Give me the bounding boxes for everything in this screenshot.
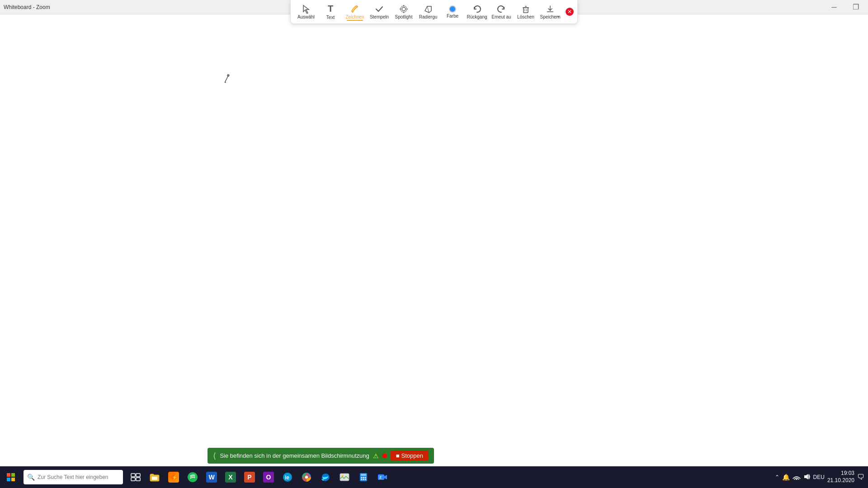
taskbar-item-spotify[interactable] (184, 468, 202, 486)
svg-point-43 (361, 479, 363, 480)
minimize-button[interactable]: ─ (824, 0, 844, 14)
clock-date: 21.10.2020 (827, 477, 854, 484)
taskbar-item-onenote[interactable]: O (259, 468, 278, 486)
zeichnen-icon (350, 5, 359, 14)
tray-notify-icon[interactable]: 🔔 (782, 474, 790, 481)
svg-rect-24 (136, 474, 140, 477)
svg-point-3 (401, 6, 407, 12)
svg-marker-47 (384, 475, 387, 479)
tool-spotlight[interactable]: Spotlight (392, 2, 415, 22)
spotlight-icon (399, 5, 408, 14)
loschen-icon (521, 5, 530, 14)
tool-radiergu[interactable]: Radiergu (416, 2, 440, 22)
ruckgang-icon (472, 5, 481, 14)
svg-point-35 (305, 476, 308, 479)
tray-language: DEU (813, 474, 825, 480)
svg-rect-21 (7, 478, 10, 481)
tool-auswahl[interactable]: Auswähl (294, 2, 318, 22)
tool-speichern[interactable]: Speichern ▼ (538, 2, 562, 22)
erneut-icon (497, 5, 506, 14)
taskbar: 🔍 Zur Suche Text hier eingeben ⚡ (0, 466, 868, 488)
svg-rect-10 (524, 8, 528, 13)
toolbar: Auswähl T Text Zeichnen Stempeln (290, 0, 578, 24)
pencil-cursor (222, 72, 233, 87)
screen-share-recording-icon (382, 454, 387, 458)
taskbar-item-calc[interactable] (354, 468, 373, 486)
svg-point-49 (796, 479, 797, 480)
whiteboard-canvas[interactable] (0, 14, 868, 466)
tool-radiergu-label: Radiergu (419, 14, 438, 19)
search-icon: 🔍 (27, 474, 35, 481)
tray-volume-icon[interactable] (803, 473, 811, 482)
stempeln-icon (375, 5, 384, 14)
svg-line-16 (223, 75, 230, 83)
restore-button[interactable]: ❐ (845, 0, 866, 14)
taskbar-item-chrome[interactable] (297, 468, 316, 486)
screen-share-message: Sie befinden sich in der gemeinsamen Bil… (220, 452, 369, 459)
svg-point-2 (402, 7, 406, 11)
tray-expand-icon[interactable]: ⌃ (775, 474, 779, 480)
svg-text:⚡: ⚡ (172, 474, 177, 480)
start-button[interactable] (0, 466, 22, 488)
taskbar-item-word[interactable]: W (203, 468, 221, 486)
taskbar-item-zoom[interactable]: Z (373, 468, 392, 486)
tool-text[interactable]: T Text (319, 2, 342, 22)
tool-erneut-label: Erneut au (491, 14, 511, 19)
tool-ruckgang-label: Rückgang (467, 14, 487, 19)
stop-sharing-button[interactable]: ■ Stoppen (391, 450, 429, 461)
tool-spotlight-label: Spotlight (395, 14, 413, 19)
svg-rect-19 (7, 473, 10, 477)
svg-marker-18 (225, 81, 226, 83)
svg-point-42 (365, 477, 366, 479)
screen-share-arrow-icon: ⟨ (213, 451, 216, 461)
tool-farbe-label: Farbe (447, 14, 458, 19)
search-placeholder: Zur Suche Text hier eingeben (38, 474, 108, 480)
tool-loschen-label: Löschen (517, 14, 534, 19)
tool-erneut[interactable]: Erneut au (490, 2, 513, 22)
svg-marker-17 (227, 74, 230, 77)
svg-marker-0 (303, 5, 309, 14)
tray-notifications-icon[interactable]: 🗨 (857, 473, 864, 481)
titlebar-controls: ─ ❐ (824, 0, 866, 14)
taskbar-item-powerpoint[interactable]: P (241, 468, 259, 486)
taskbar-items: ⚡ W X P O (127, 468, 775, 486)
taskbar-item-gallery[interactable] (335, 468, 354, 486)
tool-text-label: Text (326, 15, 335, 20)
system-tray: ⌃ 🔔 DEU 19:03 21.10.2020 🗨 (775, 470, 864, 484)
taskbar-item-taskview[interactable] (127, 468, 145, 486)
svg-rect-25 (131, 478, 135, 481)
svg-point-41 (363, 477, 364, 479)
radiergu-icon (424, 5, 433, 14)
svg-marker-50 (804, 474, 808, 479)
screen-share-notification: ⟨ Sie befinden sich in der gemeinsamen B… (208, 448, 434, 464)
tool-zeichnen[interactable]: Zeichnen (343, 2, 367, 22)
stop-icon: ■ (396, 452, 400, 459)
taskbar-item-orange[interactable]: ⚡ (165, 468, 183, 486)
stop-label: Stoppen (401, 452, 423, 459)
tool-loschen[interactable]: Löschen (514, 2, 538, 22)
svg-rect-26 (136, 478, 140, 481)
auswahl-icon (302, 5, 311, 14)
toolbar-close-button[interactable]: ✕ (566, 8, 574, 16)
svg-point-40 (361, 477, 363, 479)
tray-network-icon[interactable] (793, 474, 801, 481)
taskbar-item-excel[interactable]: X (222, 468, 240, 486)
tool-farbe[interactable]: Farbe (441, 2, 464, 22)
text-icon: T (328, 4, 333, 14)
tool-zeichnen-label: Zeichnen (345, 14, 364, 19)
speichern-dropdown-arrow: ▼ (557, 15, 560, 19)
svg-text:Z: Z (379, 475, 382, 479)
taskbar-item-edge[interactable] (316, 468, 335, 486)
svg-rect-23 (131, 474, 135, 477)
farbe-icon (449, 5, 456, 13)
search-bar[interactable]: 🔍 Zur Suche Text hier eingeben (24, 470, 123, 484)
svg-rect-27 (151, 476, 158, 480)
svg-rect-20 (11, 473, 15, 477)
speichern-icon (546, 5, 555, 14)
svg-point-45 (365, 479, 366, 480)
taskbar-item-app8[interactable]: ie (278, 468, 297, 486)
taskbar-item-explorer[interactable] (146, 468, 164, 486)
tool-stempeln[interactable]: Stempeln (368, 2, 391, 22)
svg-point-44 (363, 479, 364, 480)
tool-ruckgang[interactable]: Rückgang (465, 2, 489, 22)
